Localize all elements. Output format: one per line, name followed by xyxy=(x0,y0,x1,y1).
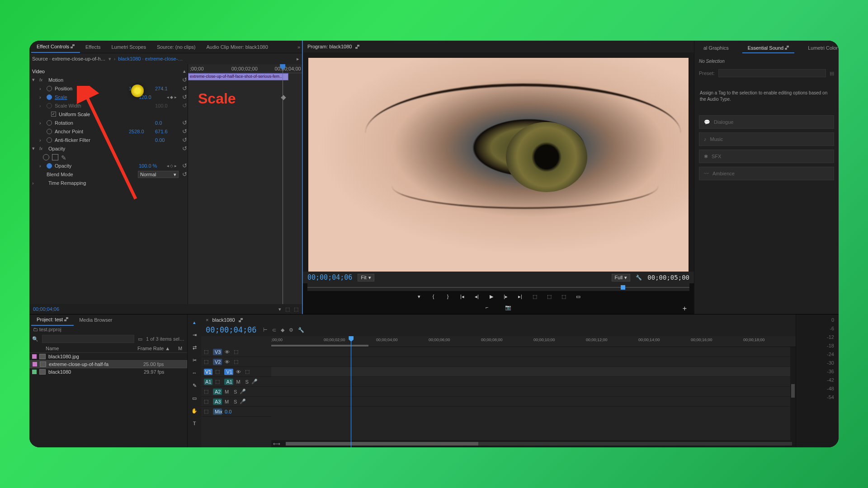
keyframe-nav[interactable]: ◂ ◇ ▸ xyxy=(165,164,179,168)
step-back-icon[interactable]: ◂| xyxy=(473,293,481,300)
project-search-input[interactable] xyxy=(42,335,134,343)
solo-icon[interactable]: S xyxy=(234,399,237,404)
type-tool[interactable]: T xyxy=(190,419,198,427)
eye-icon[interactable]: 👁 xyxy=(225,359,231,365)
ec-clip[interactable]: extreme-close-up-of-half-face-shot-of-se… xyxy=(188,73,288,80)
selection-tool[interactable]: ▴ xyxy=(190,318,198,326)
voice-icon[interactable]: 🎤 xyxy=(240,389,246,394)
position-y[interactable]: 274.1 xyxy=(155,86,179,91)
keyframe-nav[interactable]: ◂ ◆ ▸ xyxy=(165,95,179,99)
track-v2[interactable]: V2 xyxy=(213,359,222,365)
mark-in-icon[interactable]: ▾ xyxy=(415,293,423,300)
track-mix[interactable]: Mix xyxy=(213,408,222,415)
lock-icon[interactable]: ⬚ xyxy=(215,369,222,375)
settings-icon[interactable]: ⚙ xyxy=(289,327,293,333)
motion-effect[interactable]: Motion xyxy=(48,77,179,83)
play-button[interactable]: ▶ xyxy=(488,293,495,300)
overflow-icon[interactable]: » xyxy=(297,44,300,50)
timeline-timecode[interactable]: 00;00;04;06 xyxy=(206,325,257,334)
track-a3[interactable]: A3 xyxy=(213,399,222,405)
go-to-in-icon[interactable]: |◂ xyxy=(459,293,466,300)
slip-tool[interactable]: ↔ xyxy=(190,369,198,377)
razor-tool[interactable]: ✂ xyxy=(190,356,198,364)
wrench-icon[interactable]: 🔧 xyxy=(298,327,304,333)
label-color-chip[interactable] xyxy=(32,370,37,374)
blend-mode-select[interactable]: Normal▾ xyxy=(138,171,179,178)
resolution-select[interactable]: Full▾ xyxy=(612,274,631,282)
video-monitor[interactable] xyxy=(303,52,694,272)
disclose-icon[interactable]: › xyxy=(39,94,44,100)
chevron-down-icon[interactable]: ▾ xyxy=(108,56,111,62)
lock-icon[interactable]: ⬚ xyxy=(204,408,210,414)
voice-icon[interactable]: 🎤 xyxy=(240,399,246,404)
scale-value[interactable]: 120.0 xyxy=(139,94,162,100)
panel-menu-icon[interactable] xyxy=(239,318,243,322)
track-v1[interactable]: V1 xyxy=(224,369,233,375)
mute-icon[interactable]: M xyxy=(236,379,242,385)
tab-essential-sound[interactable]: Essential Sound xyxy=(742,42,795,53)
lift-icon[interactable]: ⬚ xyxy=(531,293,538,300)
col-name[interactable]: Name xyxy=(32,346,137,351)
current-timecode[interactable]: 00;00;04;06 xyxy=(307,273,352,282)
tab-media-browser[interactable]: Media Browser xyxy=(74,314,118,325)
disclose-icon[interactable]: › xyxy=(39,163,44,169)
reset-icon[interactable]: ↺ xyxy=(181,136,188,143)
timeline-zoom-bar[interactable]: ⟷ xyxy=(271,440,796,447)
mute-icon[interactable]: M xyxy=(225,399,231,404)
toggle-sync-icon[interactable]: ⬚ xyxy=(234,349,238,355)
track-a1[interactable]: A1 xyxy=(224,379,233,385)
reset-icon[interactable]: ↺ xyxy=(181,94,188,100)
program-tab[interactable]: Program: black1080 xyxy=(307,44,352,49)
new-bin-icon[interactable]: ▭ xyxy=(138,336,142,342)
eye-icon[interactable]: 👁 xyxy=(225,349,231,355)
fx-badge[interactable]: fx xyxy=(39,146,46,151)
tab-effect-controls[interactable]: Effect Controls xyxy=(31,41,80,53)
pen-tool[interactable]: ✎ xyxy=(190,381,198,389)
panel-menu-icon[interactable] xyxy=(785,46,789,50)
reset-icon[interactable]: ↺ xyxy=(181,162,188,169)
stopwatch-icon[interactable] xyxy=(47,86,52,91)
button-editor-icon[interactable]: + xyxy=(683,305,687,313)
wrench-icon[interactable]: 🔧 xyxy=(636,275,642,281)
track-v3[interactable]: V3 xyxy=(213,349,222,355)
opacity-value[interactable]: 100.0 % xyxy=(139,163,162,169)
antiflicker-value[interactable]: 0.00 xyxy=(155,137,179,143)
mark-in-button[interactable]: { xyxy=(430,293,437,300)
mix-value[interactable]: 0.0 xyxy=(225,409,231,414)
panel-menu-icon[interactable] xyxy=(71,44,75,48)
tab-audio-clip-mixer[interactable]: Audio Clip Mixer: black1080 xyxy=(201,42,273,52)
tab-lumetri-color[interactable]: Lumetri Color xyxy=(802,42,839,53)
timeline-vscroll[interactable] xyxy=(790,347,796,440)
stopwatch-icon[interactable] xyxy=(47,94,52,100)
voice-icon[interactable]: 🎤 xyxy=(251,379,258,385)
disclose-icon[interactable]: › xyxy=(39,120,44,126)
lock-icon[interactable]: ⬚ xyxy=(215,379,222,385)
track-select-tool[interactable]: ⇥ xyxy=(190,331,198,339)
play-only-icon[interactable]: ▸ xyxy=(297,56,299,62)
rect-mask-icon[interactable] xyxy=(52,154,58,160)
anchor-x[interactable]: 2528.0 xyxy=(129,129,152,134)
reset-icon[interactable]: ↺ xyxy=(181,171,188,178)
stopwatch-icon[interactable] xyxy=(47,129,52,134)
extract-icon[interactable]: ⬚ xyxy=(546,293,553,300)
panel-menu-icon[interactable] xyxy=(64,317,68,321)
marker-icon[interactable]: ◆ xyxy=(281,327,284,333)
tab-effects[interactable]: Effects xyxy=(80,42,106,52)
effect-mini-timeline[interactable]: ;00;00 00;00;02;00 00;00;04;00 extreme-c… xyxy=(188,64,302,304)
tab-essential-graphics[interactable]: al Graphics xyxy=(698,42,734,53)
collapse-icon[interactable]: ▴ xyxy=(183,68,188,74)
rectangle-tool[interactable]: ▭ xyxy=(190,394,198,402)
tab-lumetri-scopes[interactable]: Lumetri Scopes xyxy=(106,42,151,52)
comparison-icon[interactable]: ▭ xyxy=(575,293,582,300)
scale-prop[interactable]: Scale xyxy=(55,94,136,100)
col-framerate[interactable]: Frame Rate ▲ xyxy=(137,346,178,351)
reset-icon[interactable]: ↺ xyxy=(181,119,188,126)
program-scrubber[interactable] xyxy=(307,283,689,291)
uniform-scale-checkbox[interactable]: ✓ xyxy=(51,112,56,117)
project-item[interactable]: black1080.jpg xyxy=(29,353,187,360)
ec-ruler[interactable]: ;00;00 00;00;02;00 00;00;04;00 xyxy=(188,64,302,73)
opacity-effect[interactable]: Opacity xyxy=(48,146,179,151)
ec-playhead[interactable] xyxy=(283,73,283,304)
sequence-clip-link[interactable]: black1080 · extreme-close-… xyxy=(118,56,183,61)
solo-icon[interactable]: S xyxy=(245,379,248,385)
